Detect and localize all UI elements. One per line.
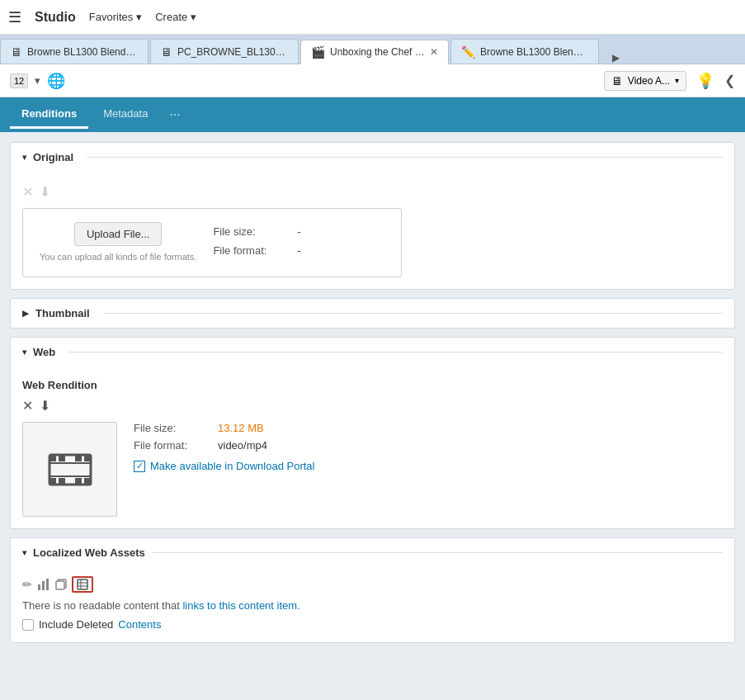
original-separator	[87, 157, 723, 158]
import-table-icon	[77, 579, 88, 590]
strip-more-icon[interactable]: ···	[163, 104, 186, 125]
localized-section-label: Localized Web Assets	[33, 546, 145, 559]
upload-area: Upload File... You can upload all kinds …	[22, 208, 402, 277]
thumbnail-section-header[interactable]: ▶ Thumbnail	[11, 299, 734, 328]
localized-section-body: ✏	[11, 568, 734, 642]
original-section-header[interactable]: ▾ Original	[11, 143, 734, 173]
top-nav: ☰ Studio Favorites ▾ Create ▾	[0, 0, 745, 35]
content-badge: 12	[10, 73, 28, 88]
localized-toolbar: ✏	[22, 576, 723, 593]
original-filesize-value: -	[297, 225, 300, 238]
svg-rect-11	[42, 581, 45, 590]
localized-stats-button[interactable]	[37, 578, 50, 591]
web-filesize-label: File size:	[134, 422, 208, 434]
back-icon[interactable]: ❮	[724, 73, 735, 88]
svg-rect-6	[75, 455, 82, 461]
web-separator	[68, 352, 723, 352]
include-deleted-checkbox[interactable]	[22, 619, 34, 631]
original-delete-icon: ✕	[22, 184, 33, 200]
include-deleted-label: Include Deleted	[39, 618, 113, 631]
web-section-label: Web	[33, 346, 55, 358]
strip-tab-renditions[interactable]: Renditions	[10, 101, 88, 129]
web-actions: ✕ ⬇	[22, 398, 723, 414]
web-file-info: File size: 13.12 MB File format: video/m…	[134, 422, 314, 472]
localized-chevron-icon: ▾	[22, 548, 26, 557]
svg-rect-8	[75, 478, 82, 485]
video-thumbnail	[22, 422, 117, 517]
strip-tab-metadata[interactable]: Metadata	[92, 101, 159, 129]
tab3-icon: 🎬	[311, 45, 325, 59]
stats-icon	[37, 578, 50, 591]
localized-import-button[interactable]	[72, 576, 93, 593]
create-chevron-icon: ▾	[191, 11, 196, 23]
localized-edit-button[interactable]: ✏	[22, 578, 32, 591]
web-section: ▾ Web Web Rendition ✕ ⬇	[10, 337, 735, 529]
svg-rect-14	[56, 581, 64, 589]
hamburger-icon[interactable]: ☰	[8, 8, 21, 26]
original-fileformat-row: File format: -	[213, 244, 300, 257]
original-section-label: Original	[33, 151, 73, 163]
upload-file-button[interactable]: Upload File...	[74, 222, 163, 246]
original-section-body: ✕ ⬇ Upload File... You can upload all ki…	[11, 173, 734, 289]
favorites-link[interactable]: Favorites ▾	[89, 11, 142, 23]
thumbnail-separator	[103, 313, 723, 314]
original-filesize-row: File size: -	[213, 225, 300, 238]
web-content: File size: 13.12 MB File format: video/m…	[22, 422, 723, 517]
web-section-body: Web Rendition ✕ ⬇	[11, 367, 734, 528]
web-section-header[interactable]: ▾ Web	[11, 338, 734, 367]
tab1-icon: 🖥	[11, 45, 22, 59]
original-section: ▾ Original ✕ ⬇ Upload File... You can up…	[10, 142, 735, 290]
svg-rect-10	[38, 584, 40, 590]
svg-rect-9	[50, 463, 91, 476]
tab2-icon: 🖥	[161, 45, 172, 59]
video-selector-icon: 🖥	[611, 74, 623, 88]
web-download-icon[interactable]: ⬇	[40, 398, 50, 414]
svg-rect-1	[50, 455, 56, 461]
original-download-icon: ⬇	[40, 184, 50, 200]
original-file-info: File size: - File format: -	[213, 222, 300, 257]
web-chevron-icon: ▾	[22, 348, 26, 357]
create-link[interactable]: Create ▾	[155, 11, 196, 23]
lightbulb-icon[interactable]: 💡	[696, 72, 714, 90]
tab3-close-icon[interactable]: ✕	[430, 46, 438, 58]
web-delete-icon[interactable]: ✕	[22, 398, 33, 414]
film-strip-icon	[45, 445, 95, 494]
content-toolbar: 12 ▾ 🌐 🖥 Video A... ▾ 💡 ❮	[0, 64, 745, 97]
svg-rect-5	[59, 455, 65, 461]
original-filesize-label: File size:	[213, 225, 287, 238]
browser-tab-1[interactable]: 🖥 Browne BL1300 Blender ...	[0, 39, 149, 64]
browser-tab-3[interactable]: 🎬 Unboxing the Chef Corp. ... ✕	[300, 40, 449, 64]
original-chevron-icon: ▾	[22, 153, 26, 162]
web-rendition-label: Web Rendition	[22, 379, 723, 391]
svg-rect-3	[50, 478, 56, 485]
content-badge-chevron[interactable]: ▾	[35, 74, 40, 87]
localized-copy-button[interactable]	[55, 579, 67, 590]
include-deleted-link[interactable]: Contents	[118, 618, 161, 631]
tab-strip: Renditions Metadata ···	[0, 97, 745, 132]
download-portal-checkbox[interactable]	[134, 461, 145, 472]
browser-tab-2[interactable]: 🖥 PC_BROWNE_BL1300_BL...	[150, 39, 299, 64]
globe-icon[interactable]: 🌐	[47, 72, 65, 90]
tab-overflow[interactable]: ▶	[601, 52, 630, 64]
original-fileformat-value: -	[297, 244, 300, 257]
original-fileformat-label: File format:	[213, 244, 287, 257]
toolbar-right: 🖥 Video A... ▾ 💡 ❮	[604, 71, 735, 91]
download-portal-label[interactable]: Make available in Download Portal	[150, 460, 314, 472]
original-actions: ✕ ⬇	[22, 184, 723, 200]
localized-section-header[interactable]: ▾ Localized Web Assets	[11, 538, 734, 568]
svg-rect-2	[84, 455, 91, 461]
localized-info-text: There is no readable content that links …	[22, 599, 723, 612]
video-selector[interactable]: 🖥 Video A... ▾	[604, 71, 686, 91]
video-selector-label: Video A...	[628, 75, 670, 87]
thumbnail-section: ▶ Thumbnail	[10, 298, 735, 329]
video-selector-chevron-icon: ▾	[675, 76, 679, 85]
main-content: ▾ Original ✕ ⬇ Upload File... You can up…	[0, 132, 745, 661]
svg-rect-12	[46, 579, 49, 590]
localized-info-link[interactable]: links to this content item.	[182, 599, 299, 612]
web-fileformat-label: File format:	[134, 439, 208, 452]
favorites-chevron-icon: ▾	[136, 11, 142, 23]
copy-icon	[55, 579, 67, 590]
web-fileformat-row: File format: video/mp4	[134, 439, 314, 452]
browser-tab-4[interactable]: ✏️ Browne BL1300 Blender ...	[450, 39, 599, 64]
upload-hint-text: You can upload all kinds of file formats…	[40, 251, 196, 263]
